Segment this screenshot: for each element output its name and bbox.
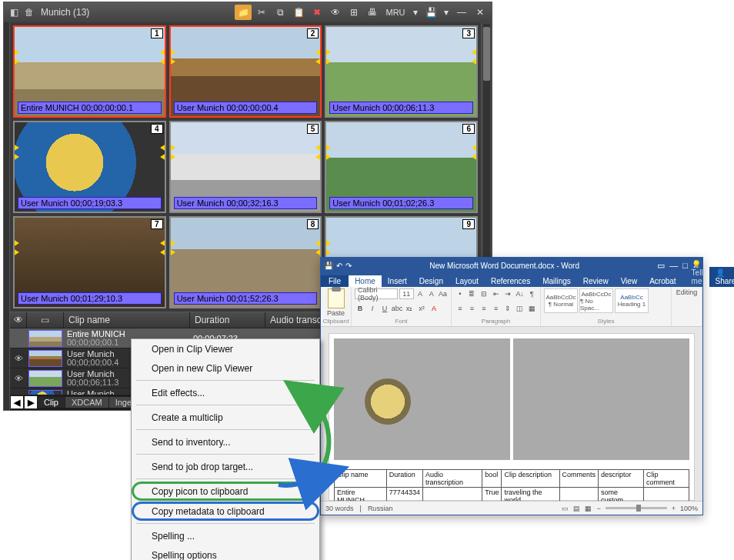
eye-icon[interactable]: 👁	[10, 354, 27, 363]
underline-icon[interactable]: U	[379, 303, 390, 314]
save-dropdown-icon[interactable]: ▾	[441, 5, 452, 20]
clip-thumbnail[interactable]: 5User Munich 00;00;32;16.3	[169, 121, 322, 213]
bullets-icon[interactable]: •	[455, 288, 465, 299]
tab-acrobat[interactable]: Acrobat	[643, 275, 682, 287]
tab-home[interactable]: Home	[349, 275, 382, 287]
save-icon[interactable]: 💾	[324, 262, 333, 270]
pasted-image[interactable]	[334, 338, 510, 460]
clip-thumbnail[interactable]: 8User Munich 00;01;52;26.3	[169, 216, 322, 308]
bold-icon[interactable]: B	[355, 303, 365, 314]
pasted-metadata-table[interactable]: Clip name Duration Audio transcription b…	[334, 469, 689, 501]
justify-icon[interactable]: ≡	[491, 303, 502, 314]
tab-nav-next[interactable]: ▶	[25, 396, 37, 408]
word-titlebar[interactable]: 💾 ↶ ↷ New Microsoft Word Document.docx -…	[321, 258, 702, 273]
share-button[interactable]: 👤 Share	[709, 267, 734, 287]
show-marks-icon[interactable]: ¶	[526, 288, 537, 299]
paste-label[interactable]: Paste	[327, 309, 345, 317]
tab-insert[interactable]: Insert	[382, 275, 413, 287]
menu-spelling[interactable]: Spelling ...	[132, 526, 319, 545]
copy-button[interactable]: ⧉	[272, 5, 289, 20]
mru-dropdown-icon[interactable]: ▾	[410, 5, 421, 20]
tab-view[interactable]: View	[615, 275, 644, 287]
strike-icon[interactable]: abc	[392, 303, 402, 314]
delete-button[interactable]: ✖	[309, 5, 325, 20]
pasted-image[interactable]	[513, 338, 689, 460]
superscript-icon[interactable]: x²	[416, 303, 427, 314]
align-left-icon[interactable]: ≡	[455, 303, 465, 314]
word-count[interactable]: 30 words	[325, 505, 354, 512]
tab-mailings[interactable]: Mailings	[536, 275, 577, 287]
grow-font-icon[interactable]: A	[415, 288, 425, 299]
minimize-button[interactable]: —	[453, 5, 470, 20]
zoom-slider[interactable]	[606, 507, 667, 509]
clip-thumbnail[interactable]: 3User Munich 00;00;06;11.3	[325, 25, 478, 118]
multilevel-icon[interactable]: ⊟	[479, 288, 489, 299]
style-no-spacing[interactable]: AaBbCcDc¶ No Spac...	[579, 288, 613, 313]
clip-thumbnail[interactable]: 7User Munich 00;01;29;10.3	[13, 216, 166, 308]
tab-xdcam[interactable]: XDCAM	[65, 397, 109, 408]
word-page-area[interactable]: Clip name Duration Audio transcription b…	[321, 327, 702, 501]
visibility-button[interactable]: 👁	[327, 5, 344, 20]
undo-icon[interactable]: ↶	[336, 262, 342, 270]
zoom-value[interactable]: 100%	[680, 505, 698, 512]
outdent-icon[interactable]: ⇤	[491, 288, 502, 299]
font-color-icon[interactable]: A	[429, 303, 439, 314]
col-thumbnail[interactable]: ▭	[27, 312, 64, 328]
numbering-icon[interactable]: ≣	[467, 288, 478, 299]
tab-layout[interactable]: Layout	[449, 275, 485, 287]
word-minimize-icon[interactable]: —	[669, 261, 678, 271]
tab-design[interactable]: Design	[413, 275, 449, 287]
line-spacing-icon[interactable]: ⇕	[502, 303, 513, 314]
shrink-font-icon[interactable]: A	[426, 288, 436, 299]
tab-review[interactable]: Review	[577, 275, 615, 287]
menu-open-clip-viewer[interactable]: Open in Clip Viewer	[132, 339, 319, 358]
clip-thumbnail[interactable]: 2User Munich 00;00;00;00.4	[169, 25, 322, 118]
col-visibility[interactable]: 👁	[10, 312, 27, 328]
font-size-select[interactable]: 11	[399, 288, 414, 299]
language-status[interactable]: Russian	[368, 505, 393, 512]
subscript-icon[interactable]: x₂	[404, 303, 415, 314]
folder-up-button[interactable]: 📁	[235, 5, 252, 20]
col-duration[interactable]: Duration	[190, 312, 265, 328]
paste-icon[interactable]	[328, 288, 345, 308]
clip-thumbnail[interactable]: 1Entire MUNICH 00;00;00;00.1	[13, 25, 166, 118]
close-button[interactable]: ✕	[472, 5, 489, 20]
tab-file[interactable]: File	[321, 275, 349, 287]
view-read-icon[interactable]: ▭	[562, 505, 569, 512]
shading-icon[interactable]: ◫	[515, 303, 525, 314]
eye-icon[interactable]: 👁	[10, 374, 27, 383]
sort-icon[interactable]: A↓	[515, 288, 525, 299]
borders-icon[interactable]: ▦	[526, 303, 537, 314]
save-button[interactable]: 💾	[422, 5, 439, 20]
italic-icon[interactable]: I	[367, 303, 378, 314]
change-case-icon[interactable]: Aa	[438, 288, 448, 299]
zoom-out-icon[interactable]: −	[596, 505, 600, 512]
paste-button[interactable]: 📋	[290, 5, 307, 20]
mru-button[interactable]: MRU	[382, 5, 409, 20]
view-web-icon[interactable]: ▦	[585, 505, 592, 512]
align-center-icon[interactable]: ≡	[467, 303, 478, 314]
indent-icon[interactable]: ⇥	[502, 288, 513, 299]
align-right-icon[interactable]: ≡	[479, 303, 489, 314]
print-button[interactable]: 🖶	[364, 5, 381, 20]
cut-button[interactable]: ✂	[253, 5, 270, 20]
tab-nav-prev[interactable]: ◀	[11, 396, 23, 408]
clip-thumbnail[interactable]: 4User Munich 00;00;19;03.3	[13, 121, 166, 213]
col-clipname[interactable]: Clip name	[64, 312, 190, 328]
style-normal[interactable]: AaBbCcDc¶ Normal	[544, 288, 578, 313]
clip-browser-titlebar[interactable]: ◧ 🗑 Munich (13) 📁 ✂ ⧉ 📋 ✖ 👁 ⊞ 🖶 MRU ▾ 💾 …	[4, 2, 492, 22]
tab-clip[interactable]: Clip	[38, 397, 65, 408]
menu-spelling-options[interactable]: Spelling options	[132, 545, 319, 560]
font-name-select[interactable]: Calibri (Body)	[355, 288, 398, 299]
menu-open-new-clip-viewer[interactable]: Open in new Clip Viewer	[132, 358, 319, 378]
zoom-in-icon[interactable]: +	[672, 505, 676, 512]
menu-copy-metadata[interactable]: Copy metadata to clipboard	[132, 502, 319, 521]
columns-button[interactable]: ⊞	[345, 5, 362, 20]
ribbon-options-icon[interactable]: ▭	[657, 261, 665, 271]
view-print-icon[interactable]: ▤	[573, 505, 580, 512]
tab-references[interactable]: References	[485, 275, 536, 287]
style-heading1[interactable]: AaBbCcHeading 1	[615, 288, 649, 313]
editing-label[interactable]: Editing	[676, 288, 698, 296]
clip-thumbnail[interactable]: 6User Munich 00;01;02;26.3	[325, 121, 478, 213]
trash-icon[interactable]: 🗑	[22, 5, 36, 19]
